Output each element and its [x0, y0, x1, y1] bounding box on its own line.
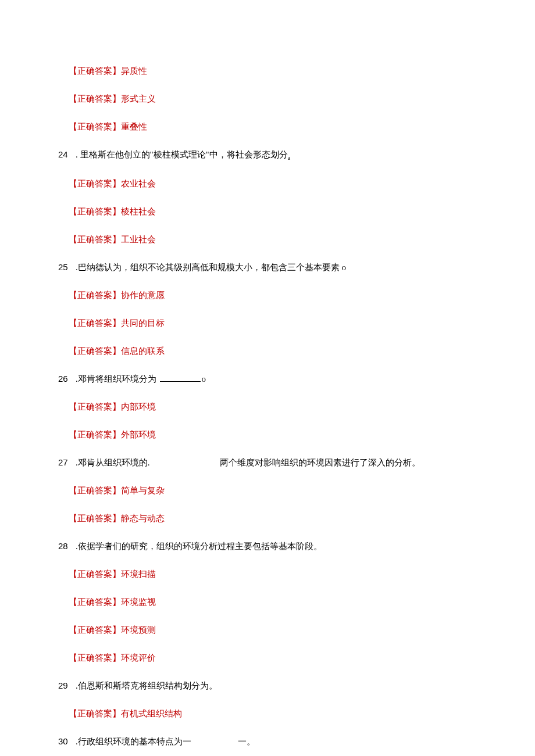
- answer-line: 【正确答案】棱柱社会: [58, 205, 477, 218]
- question-26: 26 .邓肯将组织环境分为 o: [58, 372, 477, 386]
- answer-text: 重叠性: [121, 122, 147, 131]
- answer-label: 【正确答案】: [69, 346, 121, 356]
- question-number: 28: [58, 539, 76, 553]
- question-30: 30 .行政组织环境的基本特点为一一。: [58, 734, 477, 748]
- question-number: 26: [58, 372, 76, 386]
- answer-label: 【正确答案】: [69, 514, 121, 523]
- answer-label: 【正确答案】: [69, 179, 121, 188]
- question-text: . 里格斯在他创立的"棱柱模式理论"中，将社会形态划分a: [76, 148, 477, 163]
- answer-line: 【正确答案】协作的意愿: [58, 288, 477, 302]
- answer-line: 【正确答案】环境监视: [58, 595, 477, 609]
- subscript: a: [288, 155, 290, 161]
- answer-label: 【正确答案】: [69, 402, 121, 411]
- question-25: 25 .巴纳德认为，组织不论其级别高低和规模大小，都包含三个基本要素 o: [58, 260, 477, 274]
- answer-label: 【正确答案】: [69, 486, 121, 495]
- answer-text: 内部环境: [121, 402, 156, 411]
- answer-text: 共同的目标: [121, 318, 165, 328]
- answer-line: 【正确答案】农业社会: [58, 177, 477, 191]
- answer-line: 【正确答案】重叠性: [58, 120, 477, 134]
- answer-line: 【正确答案】外部环境: [58, 428, 477, 442]
- answer-text: 外部环境: [121, 430, 156, 439]
- answer-line: 【正确答案】有机式组织结构: [58, 707, 477, 721]
- question-text-before: . 里格斯在他创立的"棱柱模式理论"中，将社会形态划分: [76, 150, 288, 159]
- question-number: 25: [58, 260, 76, 274]
- answer-line: 【正确答案】静态与动态: [58, 511, 477, 525]
- answer-label: 【正确答案】: [69, 709, 121, 718]
- answer-label: 【正确答案】: [69, 235, 121, 244]
- answer-text: 农业社会: [121, 179, 156, 188]
- answer-line: 【正确答案】信息的联系: [58, 344, 477, 358]
- answer-label: 【正确答案】: [69, 430, 121, 439]
- answer-label: 【正确答案】: [69, 66, 121, 76]
- answer-label: 【正确答案】: [69, 291, 121, 300]
- question-number: 27: [58, 456, 76, 470]
- answer-line: 【正确答案】内部环境: [58, 400, 477, 414]
- answer-line: 【正确答案】工业社会: [58, 232, 477, 246]
- answer-label: 【正确答案】: [69, 122, 121, 131]
- question-text-after: o: [202, 374, 206, 384]
- document-page: 【正确答案】异质性 【正确答案】形式主义 【正确答案】重叠性 24 . 里格斯在…: [0, 0, 535, 756]
- question-number: 29: [58, 679, 76, 693]
- question-text-before: .邓肯将组织环境分为: [76, 374, 159, 384]
- answer-label: 【正确答案】: [69, 653, 121, 662]
- question-text: .依据学者们的研究，组织的环境分析过程主要包括等基本阶段。: [76, 539, 477, 553]
- answer-label: 【正确答案】: [69, 94, 121, 103]
- answer-text: 环境评价: [121, 653, 156, 662]
- answer-label: 【正确答案】: [69, 569, 121, 579]
- question-number: 24: [58, 148, 76, 162]
- question-text-before: .行政组织环境的基本特点为一: [76, 737, 191, 746]
- question-text: .巴纳德认为，组织不论其级别高低和规模大小，都包含三个基本要素 o: [76, 260, 477, 274]
- answer-text: 工业社会: [121, 235, 156, 244]
- question-text-after: 两个维度对影响组织的环境因素进行了深入的分析。: [220, 458, 420, 467]
- question-text: .邓肯将组织环境分为 o: [76, 372, 477, 386]
- answer-line: 【正确答案】形式主义: [58, 92, 477, 106]
- answer-line: 【正确答案】共同的目标: [58, 316, 477, 330]
- answer-line: 【正确答案】环境评价: [58, 651, 477, 665]
- fill-blank: [160, 372, 201, 382]
- answer-line: 【正确答案】环境预测: [58, 623, 477, 637]
- answer-text: 简单与复杂: [121, 486, 165, 495]
- answer-label: 【正确答案】: [69, 318, 121, 328]
- answer-label: 【正确答案】: [69, 207, 121, 216]
- answer-text: 信息的联系: [121, 346, 165, 356]
- question-text: .伯恩斯和斯塔克将组织结构划分为。: [76, 679, 477, 693]
- answer-text: 静态与动态: [121, 514, 165, 523]
- answer-text: 协作的意愿: [121, 291, 165, 300]
- question-text: .行政组织环境的基本特点为一一。: [76, 734, 477, 748]
- answer-line: 【正确答案】简单与复杂: [58, 483, 477, 497]
- answer-text: 棱柱社会: [121, 207, 156, 216]
- answer-line: 【正确答案】异质性: [58, 64, 477, 78]
- answer-text: 异质性: [121, 66, 147, 76]
- answer-label: 【正确答案】: [69, 597, 121, 607]
- question-29: 29 .伯恩斯和斯塔克将组织结构划分为。: [58, 679, 477, 693]
- answer-label: 【正确答案】: [69, 625, 121, 635]
- answer-text: 有机式组织结构: [121, 709, 182, 718]
- question-27: 27 .邓肯从组织环境的.两个维度对影响组织的环境因素进行了深入的分析。: [58, 456, 477, 470]
- answer-text: 环境扫描: [121, 569, 156, 579]
- answer-line: 【正确答案】环境扫描: [58, 567, 477, 581]
- question-text-before: .邓肯从组织环境的.: [76, 458, 150, 467]
- question-28: 28 .依据学者们的研究，组织的环境分析过程主要包括等基本阶段。: [58, 539, 477, 553]
- answer-text: 形式主义: [121, 94, 156, 103]
- answer-text: 环境预测: [121, 625, 156, 635]
- question-text-after: 一。: [238, 737, 255, 746]
- answer-text: 环境监视: [121, 597, 156, 607]
- question-24: 24 . 里格斯在他创立的"棱柱模式理论"中，将社会形态划分a: [58, 148, 477, 163]
- question-text: .邓肯从组织环境的.两个维度对影响组织的环境因素进行了深入的分析。: [76, 456, 477, 470]
- question-number: 30: [58, 734, 76, 748]
